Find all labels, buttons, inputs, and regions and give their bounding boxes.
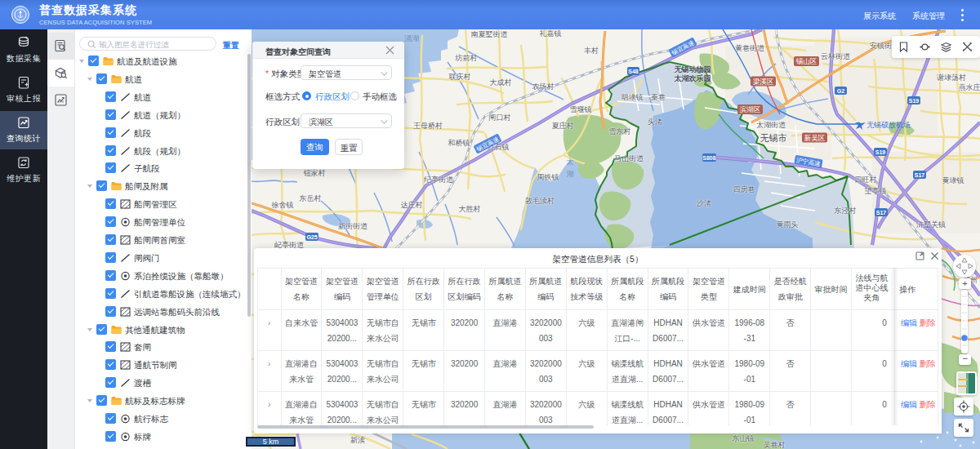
svg-text:雪堰镇: 雪堰镇 xyxy=(570,105,592,113)
svg-text:黄巷街道: 黄巷街道 xyxy=(735,44,764,52)
svg-text:联庆村: 联庆村 xyxy=(449,73,471,81)
svg-text:敦毛渎村: 敦毛渎村 xyxy=(525,197,555,205)
svg-text:望亭镇: 望亭镇 xyxy=(865,187,887,195)
svg-text:S17: S17 xyxy=(876,210,887,216)
svg-text:纪亭街道: 纪亭街道 xyxy=(424,176,453,184)
svg-text:雪东村: 雪东村 xyxy=(609,127,631,136)
svg-text:浒墅关镇: 浒墅关镇 xyxy=(916,220,946,229)
svg-text:大成村: 大成村 xyxy=(490,78,512,87)
svg-text:礼嘉镇: 礼嘉镇 xyxy=(540,29,562,38)
svg-text:谢埭荡村: 谢埭荡村 xyxy=(937,73,966,82)
svg-text:S17: S17 xyxy=(915,172,925,178)
svg-text:四旺村: 四旺村 xyxy=(855,176,877,184)
svg-text:燕水庄: 燕水庄 xyxy=(959,83,980,91)
svg-text:S19: S19 xyxy=(875,149,886,155)
svg-text:东岳村: 东岳村 xyxy=(299,194,322,202)
svg-text:锡山区: 锡山区 xyxy=(795,57,817,65)
svg-text:东泾村: 东泾村 xyxy=(834,207,857,215)
svg-text:头渚: 头渚 xyxy=(648,118,662,126)
svg-text:闸口村: 闸口村 xyxy=(489,113,511,122)
svg-text:四房巷: 四房巷 xyxy=(733,185,755,193)
svg-text:湖: 湖 xyxy=(567,170,574,178)
svg-text:丰村: 丰村 xyxy=(584,47,599,55)
svg-text:无锡动物园: 无锡动物园 xyxy=(674,65,711,73)
svg-text:G2: G2 xyxy=(837,88,844,94)
svg-text:G25: G25 xyxy=(306,234,317,240)
svg-text:坊前村: 坊前村 xyxy=(455,54,478,62)
svg-text:南夏墅街道: 南夏墅街道 xyxy=(471,30,508,38)
svg-text:太湖欢乐园: 太湖欢乐园 xyxy=(674,74,711,82)
svg-text:王母桥村: 王母桥村 xyxy=(413,122,443,130)
svg-text:黄埭镇: 黄埭镇 xyxy=(942,176,964,184)
svg-text:新渎: 新渎 xyxy=(350,436,365,444)
svg-text:达庄村: 达庄村 xyxy=(401,201,423,209)
svg-text:S808: S808 xyxy=(702,155,715,161)
svg-text:马山街道: 马山街道 xyxy=(614,154,644,162)
svg-text:大胜村: 大胜村 xyxy=(459,205,481,213)
svg-text:太湖街道: 太湖街道 xyxy=(756,121,786,129)
svg-text:徐舍镇: 徐舍镇 xyxy=(272,201,294,209)
svg-text:新街街道: 新街街道 xyxy=(338,222,368,230)
svg-text:梁溪区: 梁溪区 xyxy=(753,78,774,86)
svg-text:黄雨头: 黄雨头 xyxy=(777,220,799,229)
svg-text:和桥镇: 和桥镇 xyxy=(448,139,470,147)
svg-text:无锡市: 无锡市 xyxy=(760,133,787,143)
svg-text:沙渚: 沙渚 xyxy=(696,199,711,207)
svg-text:秦巷: 秦巷 xyxy=(651,93,666,101)
svg-text:东山镇: 东山镇 xyxy=(732,434,755,442)
svg-text:云林街道: 云林街道 xyxy=(821,52,850,60)
svg-text:农场村: 农场村 xyxy=(532,82,555,91)
svg-text:夏庄村: 夏庄村 xyxy=(552,122,574,130)
svg-text:无锡硕放机场: 无锡硕放机场 xyxy=(866,121,911,129)
svg-text:滆湖: 滆湖 xyxy=(404,34,419,42)
svg-text:周铁镇: 周铁镇 xyxy=(537,173,559,181)
svg-text:S19: S19 xyxy=(909,98,920,104)
svg-text:胡埭镇: 胡埭镇 xyxy=(621,93,644,101)
svg-text:滨湖区: 滨湖区 xyxy=(740,105,761,113)
svg-text:吴巷村: 吴巷村 xyxy=(764,441,786,449)
svg-text:太: 太 xyxy=(567,158,574,166)
svg-text:S48: S48 xyxy=(628,69,639,74)
svg-text:新吴区: 新吴区 xyxy=(804,134,826,142)
svg-text:钮家村: 钮家村 xyxy=(304,169,326,177)
